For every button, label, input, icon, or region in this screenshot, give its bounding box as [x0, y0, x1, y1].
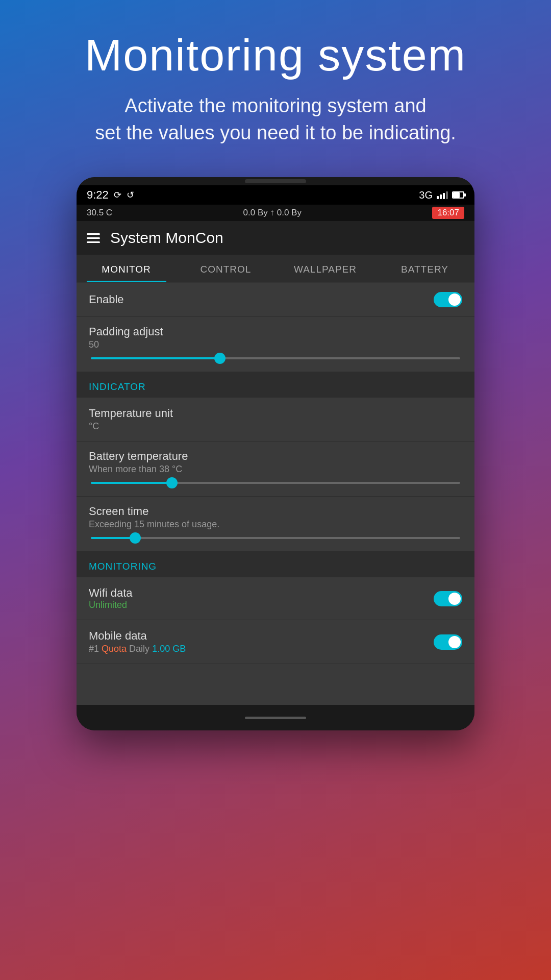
app-title: System MonCon: [110, 229, 223, 247]
tab-monitor[interactable]: MONITOR: [77, 255, 176, 282]
phone-frame: 9:22 ⟳ ↺ 3G 30.5 C 0.0 By ↑ 0.0 By 16:07: [77, 177, 474, 730]
wifi-data-row: Wifi data Unlimited: [77, 577, 474, 620]
mobile-data-row: Mobile data #1 Quota Daily 1.00 GB: [77, 620, 474, 664]
status-bar: 9:22 ⟳ ↺ 3G: [77, 185, 474, 205]
network-label: 3G: [419, 189, 433, 201]
temperature-unit-value: °C: [89, 421, 99, 432]
padding-slider-track[interactable]: [91, 357, 460, 359]
mobile-sub-middle: Daily: [129, 644, 149, 654]
refresh-icon: ↺: [127, 189, 134, 201]
temperature-unit-row[interactable]: Temperature unit °C: [77, 398, 474, 442]
hamburger-menu-button[interactable]: [87, 233, 100, 243]
mobile-sub-quota: Quota: [102, 644, 129, 654]
padding-label: Padding adjust: [89, 325, 462, 338]
header-section: Monitoring system Activate the monitorin…: [0, 0, 551, 167]
wifi-data-toggle[interactable]: [434, 591, 462, 606]
phone-notch: [77, 177, 474, 185]
time-badge: 16:07: [432, 207, 464, 219]
tab-battery[interactable]: BATTERY: [375, 255, 474, 282]
screen-time-section: Screen time Exceeding 15 minutes of usag…: [77, 497, 474, 552]
battery-temp-slider-thumb[interactable]: [166, 477, 178, 488]
temp-info: 30.5 C: [87, 208, 112, 218]
signal-icon: [437, 191, 448, 199]
mobile-sub-value: 1.00 GB: [152, 644, 186, 654]
mobile-data-toggle[interactable]: [434, 634, 462, 650]
indicator-section-header: INDICATOR: [77, 372, 474, 398]
battery-temp-label: Battery temperature: [89, 450, 462, 463]
padding-slider-thumb[interactable]: [214, 353, 226, 364]
tab-bar: MONITOR CONTROL WALLPAPER BATTERY: [77, 255, 474, 283]
wifi-data-label: Wifi data: [89, 586, 133, 599]
battery-temp-slider-track[interactable]: [91, 482, 460, 484]
padding-value: 50: [89, 339, 462, 350]
screen-time-label: Screen time: [89, 505, 462, 518]
screen-time-value: Exceeding 15 minutes of usage.: [89, 519, 462, 530]
mobile-data-label: Mobile data: [89, 629, 147, 642]
data-info: 0.0 By ↑ 0.0 By: [243, 208, 302, 218]
temperature-unit-label: Temperature unit: [89, 407, 173, 420]
battery-temp-value: When more than 38 °C: [89, 464, 462, 475]
tab-wallpaper[interactable]: WALLPAPER: [276, 255, 375, 282]
mobile-data-sub: #1 Quota Daily 1.00 GB: [89, 644, 186, 654]
tab-control[interactable]: CONTROL: [176, 255, 276, 282]
screen-time-slider-thumb[interactable]: [130, 532, 141, 544]
app-bar: System MonCon: [77, 221, 474, 255]
enable-toggle[interactable]: [434, 292, 462, 307]
enable-label: Enable: [89, 293, 124, 306]
padding-adjust-section: Padding adjust 50: [77, 317, 474, 372]
monitoring-title: MONITORING: [89, 561, 157, 572]
enable-setting-row: Enable: [77, 283, 474, 317]
content-area: Enable Padding adjust 50 INDICATOR Tempe…: [77, 283, 474, 705]
sync-icon: ⟳: [114, 189, 121, 201]
page-subtitle: Activate the monitoring system andset th…: [31, 92, 520, 146]
home-bar-line: [245, 717, 306, 719]
status-time: 9:22: [87, 188, 109, 202]
info-bar: 30.5 C 0.0 By ↑ 0.0 By 16:07: [77, 205, 474, 221]
screen-time-slider-track[interactable]: [91, 537, 460, 539]
page-title: Monitoring system: [31, 31, 520, 80]
mobile-sub-prefix: #1: [89, 644, 99, 654]
battery-temp-section: Battery temperature When more than 38 °C: [77, 442, 474, 497]
wifi-data-sub: Unlimited: [89, 600, 133, 610]
battery-icon: [452, 191, 464, 199]
indicator-title: INDICATOR: [89, 381, 146, 392]
monitoring-section-header: MONITORING: [77, 552, 474, 577]
phone-home-bar: [77, 705, 474, 730]
